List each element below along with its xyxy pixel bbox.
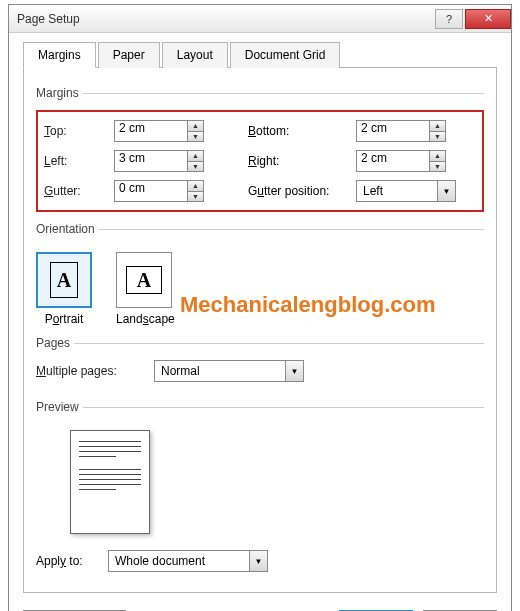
spin-down-icon[interactable]: ▼ <box>187 192 203 202</box>
portrait-label: Portrait <box>36 312 92 326</box>
multiple-pages-value: Normal <box>161 364 200 378</box>
close-button[interactable]: ✕ <box>465 9 511 29</box>
spin-down-icon[interactable]: ▼ <box>187 162 203 172</box>
tab-document-grid[interactable]: Document Grid <box>230 42 341 68</box>
bottom-spinner[interactable]: 2 cm▲▼ <box>356 120 446 142</box>
tab-margins[interactable]: Margins <box>23 42 96 68</box>
gutterpos-dropdown[interactable]: Left▼ <box>356 180 456 202</box>
spin-up-icon[interactable]: ▲ <box>429 151 445 162</box>
spin-up-icon[interactable]: ▲ <box>429 121 445 132</box>
spin-down-icon[interactable]: ▼ <box>429 162 445 172</box>
preview-legend: Preview <box>36 400 83 414</box>
apply-to-dropdown[interactable]: Whole document▼ <box>108 550 268 572</box>
top-spinner[interactable]: 2 cm▲▼ <box>114 120 204 142</box>
bottom-value: 2 cm <box>361 121 387 135</box>
spin-down-icon[interactable]: ▼ <box>187 132 203 142</box>
preview-page-icon <box>70 430 150 534</box>
apply-to-label: Apply to: <box>36 554 108 568</box>
tab-layout[interactable]: Layout <box>162 42 228 68</box>
arrow-annotation: ⟶ <box>293 605 329 611</box>
landscape-icon: A <box>126 266 162 294</box>
apply-to-value: Whole document <box>115 554 205 568</box>
gutter-spinner[interactable]: 0 cm▲▼ <box>114 180 204 202</box>
orientation-portrait[interactable]: A Portrait <box>36 252 92 326</box>
left-spinner[interactable]: 3 cm▲▼ <box>114 150 204 172</box>
gutter-label: Gutter: <box>44 184 114 198</box>
orientation-group: Orientation A Portrait A Landscape <box>36 222 484 326</box>
bottom-label: Bottom: <box>248 124 356 138</box>
margins-highlight-annotation: Top: 2 cm▲▼ Bottom: 2 cm▲▼ Left: 3 cm▲▼ … <box>36 110 484 212</box>
orientation-legend: Orientation <box>36 222 99 236</box>
gutter-value: 0 cm <box>119 181 145 195</box>
chevron-down-icon: ▼ <box>285 361 303 381</box>
left-value: 3 cm <box>119 151 145 165</box>
tab-panel-margins: Margins Top: 2 cm▲▼ Bottom: 2 cm▲▼ Left:… <box>23 68 497 593</box>
gutterpos-value: Left <box>363 184 383 198</box>
multiple-pages-dropdown[interactable]: Normal▼ <box>154 360 304 382</box>
spin-up-icon[interactable]: ▲ <box>187 181 203 192</box>
spin-up-icon[interactable]: ▲ <box>187 151 203 162</box>
tab-strip: Margins Paper Layout Document Grid <box>23 41 497 68</box>
multiple-pages-label: Multiple pages: <box>36 364 154 378</box>
portrait-icon: A <box>50 262 78 298</box>
pages-group: Pages Multiple pages: Normal▼ <box>36 336 484 390</box>
chevron-down-icon: ▼ <box>249 551 267 571</box>
top-value: 2 cm <box>119 121 145 135</box>
titlebar: Page Setup ? ✕ <box>9 5 511 33</box>
right-spinner[interactable]: 2 cm▲▼ <box>356 150 446 172</box>
spin-down-icon[interactable]: ▼ <box>429 132 445 142</box>
tab-paper[interactable]: Paper <box>98 42 160 68</box>
pages-legend: Pages <box>36 336 74 350</box>
preview-group: Preview <box>36 400 484 540</box>
right-label: Right: <box>248 154 356 168</box>
window-title: Page Setup <box>17 12 433 26</box>
margins-group: Margins Top: 2 cm▲▼ Bottom: 2 cm▲▼ Left:… <box>36 86 484 212</box>
chevron-down-icon: ▼ <box>437 181 455 201</box>
left-label: Left: <box>44 154 114 168</box>
page-setup-dialog: Page Setup ? ✕ Margins Paper Layout Docu… <box>8 4 512 611</box>
help-button[interactable]: ? <box>435 9 463 29</box>
margins-legend: Margins <box>36 86 83 100</box>
gutterpos-label: Gutter position: <box>248 184 356 198</box>
top-label: Top: <box>44 124 114 138</box>
landscape-label: Landscape <box>116 312 175 326</box>
right-value: 2 cm <box>361 151 387 165</box>
orientation-landscape[interactable]: A Landscape <box>116 252 175 326</box>
spin-up-icon[interactable]: ▲ <box>187 121 203 132</box>
